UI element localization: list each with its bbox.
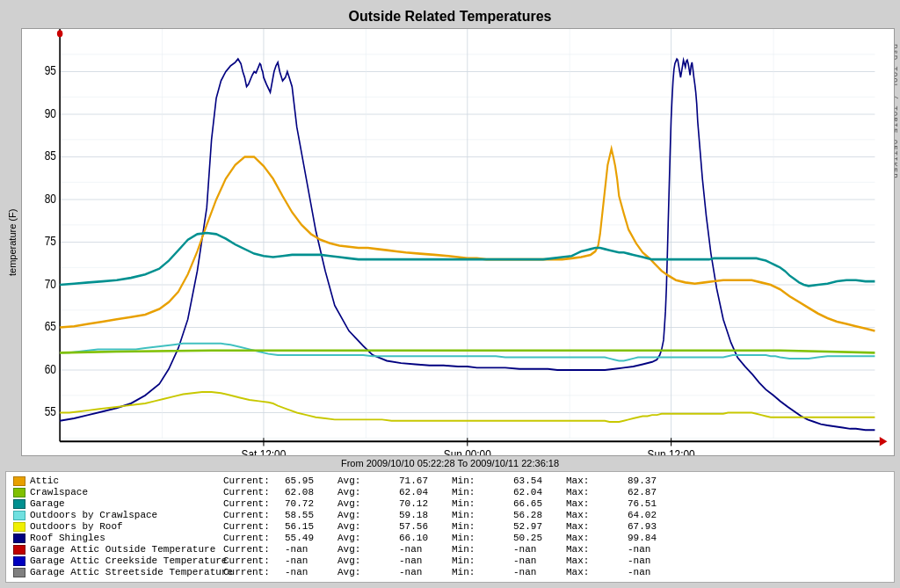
legend-stat-value: 70.72: [285, 498, 338, 509]
legend-row: Garage Attic Outside TemperatureCurrent:…: [13, 544, 887, 555]
legend-stat-value: -nan: [399, 544, 452, 555]
legend-stat-value: -nan: [513, 555, 566, 566]
legend-stat-label: Current:: [223, 487, 285, 497]
legend-color-swatch: [13, 499, 25, 509]
legend-color-swatch: [13, 556, 25, 566]
legend-stats: Current:65.95Avg:71.67Min:63.54Max:89.37: [223, 475, 680, 486]
svg-text:60: 60: [45, 362, 56, 376]
legend-stat-label: Max:: [566, 567, 628, 577]
legend-stat-label: Min:: [452, 510, 513, 520]
legend-series-name: Garage Attic Outside Temperature: [30, 544, 223, 555]
svg-text:55: 55: [45, 404, 56, 418]
legend-stat-value: 57.56: [399, 521, 452, 532]
legend-stat-value: -nan: [285, 544, 338, 555]
legend-stat-label: Max:: [566, 498, 628, 509]
legend-stat-label: Current:: [223, 555, 285, 566]
svg-text:Sun 12:00: Sun 12:00: [648, 447, 695, 455]
chart-svg: 95 90 85 80 75 70 65 60 55 Sat 12:00 Sun…: [22, 29, 894, 455]
svg-text:75: 75: [45, 234, 56, 248]
legend-stat-value: 62.87: [628, 487, 680, 497]
legend-stat-label: Min:: [452, 521, 513, 532]
legend-color-swatch: [13, 568, 25, 577]
legend-stats: Current:62.08Avg:62.04Min:62.04Max:62.87: [223, 487, 680, 497]
legend-stat-label: Avg:: [338, 475, 399, 486]
legend-row: CrawlspaceCurrent:62.08Avg:62.04Min:62.0…: [13, 487, 887, 497]
legend-row: Outdoors by CrawlspaceCurrent:58.55Avg:5…: [13, 510, 887, 520]
app-container: R&D TOOL / TOBIE OETIKER Outside Related…: [0, 0, 900, 588]
legend-stat-value: -nan: [628, 555, 680, 566]
legend-row: Roof ShinglesCurrent:55.49Avg:66.10Min:5…: [13, 533, 887, 543]
legend-stat-value: -nan: [399, 567, 452, 577]
legend-stat-label: Avg:: [338, 498, 399, 509]
legend-series-name: Crawlspace: [30, 487, 223, 497]
legend-stat-label: Avg:: [338, 544, 399, 555]
legend-stat-value: 56.15: [285, 521, 338, 532]
legend-area: AtticCurrent:65.95Avg:71.67Min:63.54Max:…: [5, 471, 895, 583]
legend-stat-value: 99.84: [628, 533, 680, 543]
legend-stat-value: 56.28: [513, 510, 566, 520]
legend-stat-label: Max:: [566, 544, 628, 555]
legend-stat-value: 63.54: [513, 475, 566, 486]
legend-color-swatch: [13, 511, 25, 520]
legend-series-name: Attic: [30, 475, 223, 486]
legend-stat-label: Max:: [566, 533, 628, 543]
legend-stat-label: Avg:: [338, 510, 399, 520]
legend-series-name: Outdoors by Roof: [30, 521, 223, 532]
legend-stat-value: -nan: [285, 567, 338, 577]
legend-row: GarageCurrent:70.72Avg:70.12Min:66.65Max…: [13, 498, 887, 509]
legend-stat-label: Avg:: [338, 533, 399, 543]
legend-series-name: Garage Attic Streetside Temperature: [30, 567, 223, 577]
legend-stat-value: 62.08: [285, 487, 338, 497]
legend-stat-label: Min:: [452, 555, 513, 566]
legend-stat-label: Current:: [223, 510, 285, 520]
legend-stat-value: 76.51: [628, 498, 680, 509]
y-axis-label: temperature (F): [5, 28, 21, 456]
legend-stats: Current:-nanAvg:-nanMin:-nanMax:-nan: [223, 567, 680, 577]
legend-stat-value: 89.37: [628, 475, 680, 486]
legend-stat-label: Min:: [452, 567, 513, 577]
legend-stat-value: 62.04: [399, 487, 452, 497]
legend-stat-label: Max:: [566, 510, 628, 520]
legend-row: Garage Attic Creekside TemperatureCurren…: [13, 555, 887, 566]
svg-text:80: 80: [45, 192, 56, 206]
svg-point-39: [57, 30, 62, 37]
legend-series-name: Garage: [30, 498, 223, 509]
legend-stat-value: 50.25: [513, 533, 566, 543]
legend-stat-label: Min:: [452, 544, 513, 555]
legend-stat-label: Current:: [223, 521, 285, 532]
legend-stat-label: Min:: [452, 533, 513, 543]
legend-row: Garage Attic Streetside TemperatureCurre…: [13, 567, 887, 577]
legend-stat-label: Current:: [223, 567, 285, 577]
legend-stat-value: 66.65: [513, 498, 566, 509]
legend-stat-label: Current:: [223, 498, 285, 509]
legend-stat-value: 65.95: [285, 475, 338, 486]
legend-stat-label: Min:: [452, 498, 513, 509]
legend-stat-value: -nan: [513, 567, 566, 577]
legend-stat-label: Max:: [566, 555, 628, 566]
legend-stat-value: 71.67: [399, 475, 452, 486]
legend-series-name: Outdoors by Crawlspace: [30, 510, 223, 520]
legend-stat-value: 59.18: [399, 510, 452, 520]
legend-color-swatch: [13, 522, 25, 532]
legend-stat-label: Avg:: [338, 555, 399, 566]
legend-stat-value: -nan: [628, 567, 680, 577]
legend-stat-label: Current:: [223, 544, 285, 555]
legend-stat-value: -nan: [628, 544, 680, 555]
legend-stat-value: 55.49: [285, 533, 338, 543]
legend-stats: Current:58.55Avg:59.18Min:56.28Max:64.02: [223, 510, 680, 520]
legend-row: Outdoors by RoofCurrent:56.15Avg:57.56Mi…: [13, 521, 887, 532]
legend-stat-value: 70.12: [399, 498, 452, 509]
legend-stat-value: 64.02: [628, 510, 680, 520]
legend-stat-value: 58.55: [285, 510, 338, 520]
svg-text:90: 90: [45, 106, 56, 120]
legend-stats: Current:55.49Avg:66.10Min:50.25Max:99.84: [223, 533, 680, 543]
legend-stat-label: Min:: [452, 475, 513, 486]
legend-stat-label: Max:: [566, 475, 628, 486]
svg-text:Sat 12:00: Sat 12:00: [242, 447, 287, 455]
legend-stat-value: -nan: [399, 555, 452, 566]
chart-area: temperature (F): [5, 28, 895, 456]
legend-stat-value: 62.04: [513, 487, 566, 497]
date-range-label: From 2009/10/10 05:22:28 To 2009/10/11 2…: [341, 458, 559, 468]
legend-stats: Current:56.15Avg:57.56Min:52.97Max:67.93: [223, 521, 680, 532]
svg-text:65: 65: [45, 319, 56, 333]
